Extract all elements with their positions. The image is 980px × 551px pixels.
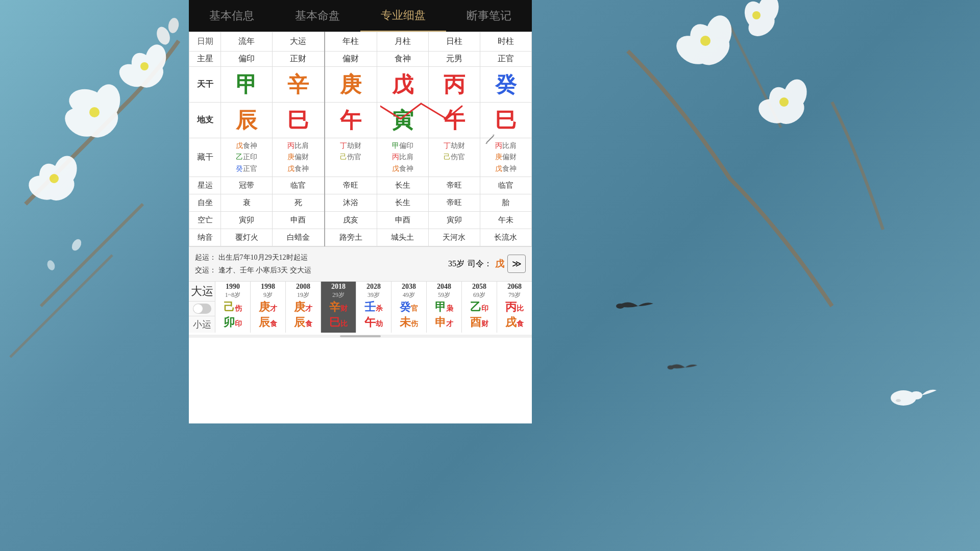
dayun-age-2048: 59岁 — [427, 291, 461, 299]
xingyun-dayun: 临官 — [273, 177, 325, 194]
dayun-age-2008: 19岁 — [286, 291, 320, 299]
kongwang-yue: 申酉 — [377, 212, 428, 229]
dayun-item-1998[interactable]: 1998 9岁 庚才 辰食 — [251, 282, 286, 333]
siling-icon-char: ≫ — [512, 258, 522, 269]
dayun-age-2018: 29岁 — [322, 291, 355, 299]
toggle-knob — [193, 304, 203, 313]
canggan-nian: 丁劫财 己伤官 — [325, 138, 377, 177]
svg-point-29 — [616, 304, 624, 309]
dayun-item-2018[interactable]: 2018 29岁 辛财 巳比 — [321, 282, 356, 333]
dizhi-label: 地支 — [189, 103, 221, 138]
dayun-container: 大运 小运 1990 1~8岁 己伤 — [189, 282, 532, 333]
main-content: 日期 流年 大运 年柱 月柱 日柱 时柱 主星 偏印 正财 偏财 食神 元男 正… — [189, 32, 532, 423]
dizhi-nian: 午 — [325, 103, 377, 138]
dayun-stem-2028: 壬杀 — [357, 299, 390, 315]
dayun-item-2008[interactable]: 2008 19岁 庚才 辰食 — [286, 282, 321, 333]
dayun-year-2038: 2038 — [392, 283, 426, 291]
zuozuo-label: 自坐 — [189, 194, 221, 212]
dayun-branch-2058: 酉财 — [462, 315, 496, 330]
canggan-dayun: 丙比肩 庚偏财 戊食神 — [273, 138, 325, 177]
header-liunian: 流年 — [221, 32, 273, 52]
tiangan-shi: 癸 — [480, 67, 531, 103]
canggan-dayun-content: 丙比肩 庚偏财 戊食神 — [274, 140, 323, 174]
dayun-item-2028[interactable]: 2028 39岁 壬杀 午劫 — [356, 282, 391, 333]
dayun-branch-2008: 辰食 — [286, 315, 320, 330]
zhuxing-row: 主星 偏印 正财 偏财 食神 元男 正官 — [189, 52, 532, 67]
toggle-switch[interactable] — [193, 304, 211, 314]
qiyun-age: 35岁 — [448, 259, 464, 269]
dayun-age-1990: 1~8岁 — [216, 291, 250, 299]
dayun-stem-2068: 丙比 — [498, 299, 531, 315]
canggan-shi-2: 戊食神 — [495, 163, 517, 174]
dayun-age-2028: 39岁 — [357, 291, 390, 299]
dayun-items: 1990 1~8岁 己伤 卯印 1998 9岁 — [215, 282, 532, 333]
dayun-branch-1998: 辰食 — [251, 315, 285, 330]
svg-point-10 — [140, 62, 149, 70]
tab-notes[interactable]: 断事笔记 — [446, 0, 532, 32]
canggan-liunian-0: 戊食神 — [236, 140, 257, 152]
dayun-item-2048[interactable]: 2048 59岁 甲枭 申才 — [427, 282, 462, 333]
tab-pro-chart[interactable]: 专业细盘 — [360, 0, 446, 32]
nayin-nian: 路旁土 — [325, 229, 377, 246]
tiangan-nian: 庚 — [325, 67, 377, 103]
dayun-age-2058: 69岁 — [462, 291, 496, 299]
canggan-liunian-1: 乙正印 — [236, 152, 257, 163]
dayun-item-2068[interactable]: 2068 79岁 丙比 戌食 — [497, 282, 532, 333]
canggan-yue: 甲偏印 丙比肩 戊食神 — [377, 138, 428, 177]
header-rizhu: 日柱 — [428, 32, 480, 52]
dayun-stem-1990: 己伤 — [216, 299, 250, 315]
nayin-shi: 长流水 — [480, 229, 531, 246]
dayun-year-2068: 2068 — [498, 283, 531, 291]
canggan-ri-content: 丁劫财 己伤官 — [430, 140, 479, 163]
dayun-toggle[interactable] — [189, 302, 215, 316]
qiyun-label2: 交运： — [195, 266, 216, 274]
dayun-label-col: 大运 小运 — [189, 282, 215, 333]
svg-point-17 — [167, 17, 180, 34]
qiyun-value2: 逢才、壬年 小寒后3天 交大运 — [218, 266, 311, 274]
xingyun-yue: 长生 — [377, 177, 428, 194]
zhuxing-dayun: 正财 — [273, 52, 325, 67]
tab-basic-info[interactable]: 基本信息 — [189, 0, 275, 32]
flower-decoration-right — [526, 0, 980, 551]
nayin-yue: 城头土 — [377, 229, 428, 246]
canggan-dayun-1: 庚偏财 — [287, 152, 309, 163]
tiangan-row: 天干 甲 辛 庚 戊 丙 癸 — [189, 67, 532, 103]
kongwang-shi: 午未 — [480, 212, 531, 229]
scroll-indicator — [189, 335, 532, 338]
canggan-row: 藏干 戊食神 乙正印 癸正官 丙比肩 庚偏财 戊食神 — [189, 138, 532, 177]
dayun-age-2068: 79岁 — [498, 291, 531, 299]
header-nianzhu: 年柱 — [325, 32, 377, 52]
dayun-item-2058[interactable]: 2058 69岁 乙印 酉财 — [462, 282, 497, 333]
siling-button[interactable]: ≫ — [507, 255, 526, 273]
dayun-stem-2058: 乙印 — [462, 299, 496, 315]
canggan-liunian: 戊食神 乙正印 癸正官 — [221, 138, 273, 177]
kongwang-nian: 戌亥 — [325, 212, 377, 229]
canggan-yue-2: 戊食神 — [392, 163, 413, 174]
zuozuo-shi: 胎 — [480, 194, 531, 212]
siling-label: 司令： — [468, 259, 492, 269]
dayun-item-1990[interactable]: 1990 1~8岁 己伤 卯印 — [215, 282, 251, 333]
canggan-shi-0: 丙比肩 — [495, 140, 517, 152]
header-dayun: 大运 — [273, 32, 325, 52]
qiyun-line2: 交运： 逢才、壬年 小寒后3天 交大运 — [195, 264, 311, 277]
zuozuo-nian: 沐浴 — [325, 194, 377, 212]
canggan-label: 藏干 — [189, 138, 221, 177]
tab-basic-chart[interactable]: 基本命盘 — [275, 0, 360, 32]
dayun-age-2038: 49岁 — [392, 291, 426, 299]
dizhi-liunian: 辰 — [221, 103, 273, 138]
svg-point-37 — [910, 391, 922, 399]
canggan-yue-content: 甲偏印 丙比肩 戊食神 — [378, 140, 427, 174]
dayun-item-2038[interactable]: 2038 49岁 癸官 未伤 — [391, 282, 427, 333]
tiangan-ri: 丙 — [428, 67, 480, 103]
tiangan-yue: 戊 — [377, 67, 428, 103]
canggan-nian-0: 丁劫财 — [340, 140, 361, 152]
zhuxing-shi: 正官 — [480, 52, 531, 67]
zhuxing-label: 主星 — [189, 52, 221, 67]
zuozuo-row: 自坐 衰 死 沐浴 长生 帝旺 胎 — [189, 194, 532, 212]
dayun-big-label: 大运 — [189, 282, 215, 302]
canggan-ri: 丁劫财 己伤官 — [428, 138, 480, 177]
dayun-stem-1998: 庚才 — [251, 299, 285, 315]
canggan-dayun-2: 戊食神 — [287, 163, 309, 174]
svg-point-18 — [70, 238, 83, 253]
qiyun-right: 35岁 司令： 戊 ≫ — [448, 255, 526, 273]
